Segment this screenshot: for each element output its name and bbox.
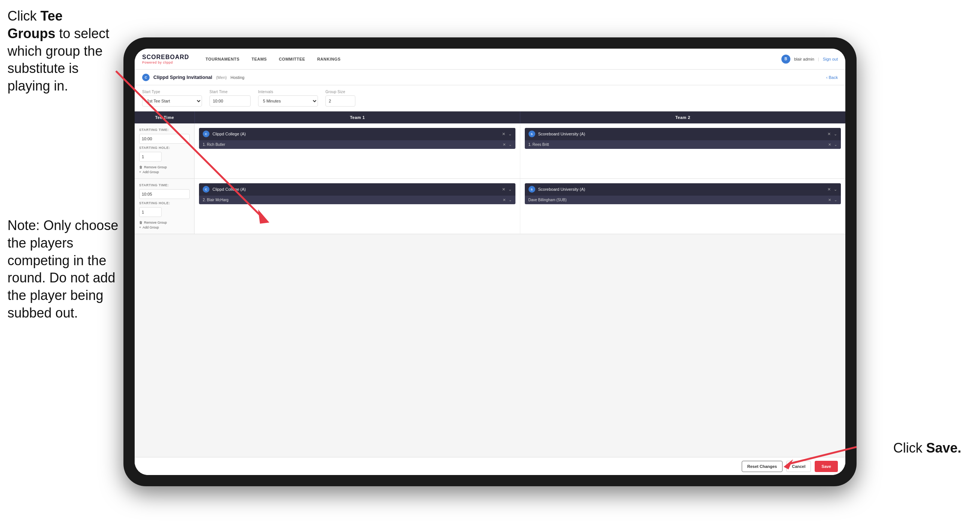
remove-player-1-2-1[interactable]: ✕ [828,143,831,146]
nav-committee[interactable]: COMMITTEE [274,55,310,64]
tee-side-2: STARTING TIME: STARTING HOLE: 🗑 Remove G… [135,179,194,234]
nav-teams[interactable]: TEAMS [246,55,272,64]
remove-player-2-1-1[interactable]: ✕ [503,198,506,202]
group-size-label: Group Size [325,90,355,94]
expand-player-1-2-1[interactable]: ⌄ [834,143,837,146]
start-time-input[interactable] [210,96,251,107]
team-col-1-1: C Clippd College (A) ✕ ⌄ 1. Rich Butler [194,123,520,178]
player-row-2-1-1: 2. Blair McHarg ✕ ⌄ [199,196,515,204]
remove-player-1-1-1[interactable]: ✕ [503,143,506,146]
team-card-1-2: S Scoreboard University (A) ✕ ⌄ 1. Rees … [525,128,841,149]
teams-side-1: C Clippd College (A) ✕ ⌄ 1. Rich Butler [194,123,845,178]
admin-name: blair admin [794,57,814,61]
table-header: Tee Time Team 1 Team 2 [135,111,845,123]
content-area: Start Type 1st Tee Start Start Time Inte… [135,85,845,475]
sub-header: C Clippd Spring Invitational (Men) Hosti… [135,70,845,85]
start-type-select[interactable]: 1st Tee Start [142,96,202,107]
add-group-btn-2[interactable]: + Add Group [139,226,189,229]
cancel-button[interactable]: Cancel [786,461,811,472]
click-save-label: Click Save. [893,440,961,456]
tablet-device: SCOREBOARD Powered by clippd TOURNAMENTS… [123,37,857,486]
th-team2: Team 2 [520,111,845,123]
expand-team-2-1[interactable]: ⌄ [508,187,512,192]
teams-side-2: C Clippd College (A) ✕ ⌄ 2. Blair McHarg [194,179,845,234]
nav-tournaments[interactable]: TOURNAMENTS [200,55,245,64]
start-type-group: Start Type 1st Tee Start [142,90,202,107]
nav-links: TOURNAMENTS TEAMS COMMITTEE RANKINGS [200,55,781,64]
group-size-input[interactable] [325,96,355,107]
starting-hole-input-2[interactable] [139,207,162,217]
back-button[interactable]: ‹ Back [826,75,838,80]
team-col-2-1: C Clippd College (A) ✕ ⌄ 2. Blair McHarg [194,179,520,234]
reset-changes-button[interactable]: Reset Changes [742,461,783,472]
user-avatar: B [781,55,791,64]
intervals-group: Intervals 5 Minutes [258,90,318,107]
add-group-btn-1[interactable]: + Add Group [139,170,189,174]
expand-team-1-1[interactable]: ⌄ [508,132,512,137]
remove-team-1-2[interactable]: ✕ [827,132,831,137]
expand-player-1-1-1[interactable]: ⌄ [509,143,512,146]
remove-group-btn-2[interactable]: 🗑 Remove Group [139,221,189,224]
navbar: SCOREBOARD Powered by clippd TOURNAMENTS… [135,49,845,70]
intervals-label: Intervals [258,90,318,94]
group-size-group: Group Size [325,90,355,107]
team-col-2-2: S Scoreboard University (A) ✕ ⌄ Dave Bil… [520,179,846,234]
team-col-1-2: S Scoreboard University (A) ✕ ⌄ 1. Rees … [520,123,846,178]
team-card-1-1: C Clippd College (A) ✕ ⌄ 1. Rich Butler [199,128,515,149]
intervals-select[interactable]: 5 Minutes [258,96,318,107]
instruction-note: Note: Only choose the players competing … [0,209,138,330]
nav-rankings[interactable]: RANKINGS [312,55,346,64]
group-row-2: STARTING TIME: STARTING HOLE: 🗑 Remove G… [135,179,845,234]
th-tee-time: Tee Time [135,111,194,123]
player-row-1-2-1: 1. Rees Britt ✕ ⌄ [525,140,841,149]
expand-player-2-2-1[interactable]: ⌄ [834,198,837,202]
form-row: Start Type 1st Tee Start Start Time Inte… [135,85,845,111]
remove-team-2-1[interactable]: ✕ [502,187,505,192]
tee-side-1: STARTING TIME: STARTING HOLE: 🗑 Remove G… [135,123,194,178]
expand-player-2-1-1[interactable]: ⌄ [509,198,512,202]
team-card-2-2: S Scoreboard University (A) ✕ ⌄ Dave Bil… [525,183,841,204]
start-time-label: Start Time [210,90,251,94]
logo: SCOREBOARD Powered by clippd [142,54,189,64]
remove-team-1-1[interactable]: ✕ [502,132,505,137]
starting-time-input-2[interactable] [139,189,189,199]
remove-team-2-2[interactable]: ✕ [827,187,831,192]
expand-team-2-2[interactable]: ⌄ [834,187,837,192]
expand-team-1-2[interactable]: ⌄ [834,132,837,137]
th-team1: Team 1 [194,111,520,123]
starting-time-input-1[interactable] [139,134,189,143]
save-button[interactable]: Save [815,461,838,472]
player-row-1-1-1: 1. Rich Butler ✕ ⌄ [199,140,515,149]
sub-header-left: C Clippd Spring Invitational (Men) Hosti… [142,74,244,81]
remove-group-btn-1[interactable]: 🗑 Remove Group [139,165,189,169]
start-time-group: Start Time [210,90,251,107]
signout-link[interactable]: Sign out [823,57,838,61]
nav-right: B blair admin | Sign out [781,55,838,64]
tournament-badge: C [142,74,150,81]
note-prefix: Note: Only choose the players competing … [8,218,118,320]
groups-container: STARTING TIME: STARTING HOLE: 🗑 Remove G… [135,123,845,457]
group-row: STARTING TIME: STARTING HOLE: 🗑 Remove G… [135,123,845,179]
start-type-label: Start Type [142,90,202,94]
player-row-2-2-1: Dave Billingham (SUB) ✕ ⌄ [525,196,841,204]
tablet-screen: SCOREBOARD Powered by clippd TOURNAMENTS… [135,49,845,475]
instruction-tee-groups: Click Tee Groups to select which group t… [0,0,120,102]
team-card-2-1: C Clippd College (A) ✕ ⌄ 2. Blair McHarg [199,183,515,204]
footer-bar: Reset Changes Cancel Save [135,457,845,475]
remove-player-2-2-1[interactable]: ✕ [828,198,831,202]
starting-hole-input-1[interactable] [139,152,162,162]
